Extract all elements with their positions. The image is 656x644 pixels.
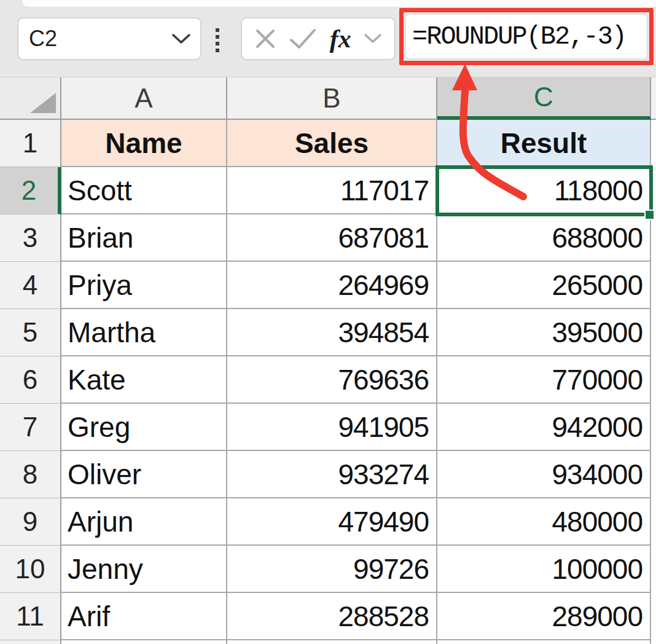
row-header[interactable]: 7 xyxy=(0,404,61,451)
name-box[interactable]: C2 xyxy=(17,17,201,60)
cell-name[interactable]: Greg xyxy=(61,404,227,451)
cell-sales[interactable] xyxy=(227,640,437,644)
cell-sales[interactable]: 264969 xyxy=(227,262,437,309)
row-filler xyxy=(651,309,656,356)
cell-name[interactable]: Brian xyxy=(61,214,227,262)
table-row: 4 Priya 264969 265000 xyxy=(0,262,656,309)
cell-sales[interactable]: 288528 xyxy=(227,593,437,640)
cell-name[interactable]: Priya xyxy=(61,262,227,309)
cell-sales[interactable]: 479490 xyxy=(227,498,437,546)
table-header-row: 1 Name Sales Result xyxy=(0,120,656,167)
name-box-value: C2 xyxy=(18,26,171,52)
cell-c1-result-header[interactable]: Result xyxy=(437,120,651,167)
cell-name[interactable]: Jenny xyxy=(61,546,227,593)
table-row: 7 Greg 941905 942000 xyxy=(0,404,656,451)
cell-name[interactable] xyxy=(61,640,227,644)
row-filler xyxy=(651,356,656,404)
cell-result[interactable]: 942000 xyxy=(437,404,651,451)
spreadsheet: A B C 1 Name Sales Result 2 Scott 117017… xyxy=(0,77,656,644)
cell-sales[interactable]: 394854 xyxy=(227,309,437,356)
row-filler xyxy=(651,404,656,451)
cell-result[interactable]: 770000 xyxy=(437,356,651,404)
cancel-icon[interactable] xyxy=(254,28,276,50)
table-row: 3 Brian 687081 688000 xyxy=(0,214,656,262)
cell-name[interactable]: Martha xyxy=(61,309,227,356)
row-header[interactable]: 11 xyxy=(0,593,61,640)
cell-result[interactable]: 480000 xyxy=(437,498,651,546)
row-header[interactable]: 2 xyxy=(0,167,61,214)
row-header[interactable]: 10 xyxy=(0,546,61,593)
row-filler xyxy=(651,451,656,498)
fill-handle[interactable] xyxy=(644,210,655,220)
cell-name[interactable]: Arjun xyxy=(61,498,227,546)
cell-result[interactable]: 265000 xyxy=(437,262,651,309)
cell-result[interactable]: 688000 xyxy=(437,214,651,262)
row-header[interactable]: 3 xyxy=(0,214,61,262)
cell-result[interactable]: 395000 xyxy=(437,309,651,356)
row-header[interactable] xyxy=(0,640,61,644)
column-header-filler xyxy=(651,77,656,120)
row-filler xyxy=(651,167,656,214)
row-filler xyxy=(651,120,656,167)
table-row-partial xyxy=(0,640,656,644)
formula-bar-drag-handle[interactable] xyxy=(216,28,219,52)
ribbon-bottom-strip xyxy=(22,0,656,7)
column-header-c[interactable]: C xyxy=(437,77,651,120)
formula-input[interactable]: =ROUNDUP(B2,-3) xyxy=(405,14,647,59)
row-filler xyxy=(651,593,656,640)
formula-highlight-box: =ROUNDUP(B2,-3) xyxy=(399,8,654,65)
formula-text: =ROUNDUP(B2,-3) xyxy=(406,22,626,52)
cell-b1-sales-header[interactable]: Sales xyxy=(227,120,437,167)
excel-window: C2 fx =ROUNDUP(B2,-3) A B C xyxy=(0,0,656,644)
table-row: 6 Kate 769636 770000 xyxy=(0,356,656,404)
column-header-a[interactable]: A xyxy=(61,77,227,120)
table-row: 5 Martha 394854 395000 xyxy=(0,309,656,356)
table-row: 8 Oliver 933274 934000 xyxy=(0,451,656,498)
select-all-triangle-icon xyxy=(30,93,56,113)
insert-function-button[interactable]: fx xyxy=(330,26,351,52)
table-row: 9 Arjun 479490 480000 xyxy=(0,498,656,546)
row-header[interactable]: 1 xyxy=(0,120,61,167)
table-row: 11 Arif 288528 289000 xyxy=(0,593,656,640)
row-filler xyxy=(651,262,656,309)
row-filler xyxy=(651,214,656,262)
column-header-row: A B C xyxy=(0,77,656,120)
name-box-dropdown-icon[interactable] xyxy=(171,33,192,45)
cell-sales[interactable]: 941905 xyxy=(227,404,437,451)
cell-result[interactable]: 289000 xyxy=(437,593,651,640)
table-row: 10 Jenny 99726 100000 xyxy=(0,546,656,593)
cell-name[interactable]: Oliver xyxy=(61,451,227,498)
cell-sales[interactable]: 99726 xyxy=(227,546,437,593)
row-header[interactable]: 4 xyxy=(0,262,61,309)
cell-name[interactable]: Kate xyxy=(61,356,227,404)
row-header[interactable]: 6 xyxy=(0,356,61,404)
cell-name[interactable]: Scott xyxy=(61,167,227,214)
column-header-b[interactable]: B xyxy=(227,77,437,120)
cell-result[interactable]: 934000 xyxy=(437,451,651,498)
cell-result[interactable] xyxy=(437,640,651,644)
formula-controls: fx xyxy=(241,17,396,60)
row-header[interactable]: 9 xyxy=(0,498,61,546)
cell-sales[interactable]: 769636 xyxy=(227,356,437,404)
select-all-button[interactable] xyxy=(0,77,61,120)
enter-check-icon[interactable] xyxy=(289,28,317,50)
table-row: 2 Scott 117017 118000 xyxy=(0,167,656,214)
cell-name[interactable]: Arif xyxy=(61,593,227,640)
row-filler xyxy=(651,546,656,593)
row-header[interactable]: 5 xyxy=(0,309,61,356)
row-filler xyxy=(651,640,656,644)
cell-a1-name-header[interactable]: Name xyxy=(61,120,227,167)
row-header[interactable]: 8 xyxy=(0,451,61,498)
cell-sales[interactable]: 933274 xyxy=(227,451,437,498)
cell-sales[interactable]: 687081 xyxy=(227,214,437,262)
cell-result-selected[interactable]: 118000 xyxy=(437,167,651,214)
cell-result[interactable]: 100000 xyxy=(437,546,651,593)
fx-dropdown-icon[interactable] xyxy=(364,33,382,44)
row-filler xyxy=(651,498,656,546)
cell-sales[interactable]: 117017 xyxy=(227,167,437,214)
